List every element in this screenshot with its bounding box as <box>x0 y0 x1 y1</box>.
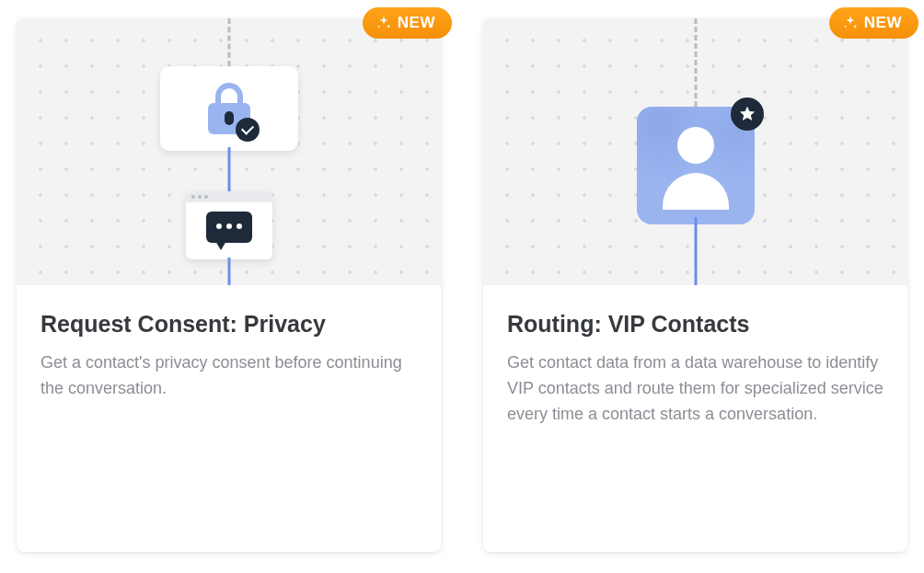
sparkle-icon <box>842 15 859 31</box>
check-circle-icon <box>236 118 260 142</box>
template-card-request-consent[interactable]: NEW Request Consent: Privacy Get a conta… <box>17 18 441 552</box>
card-description: Get a contact's privacy consent before c… <box>40 350 417 402</box>
speech-bubble-icon <box>206 212 252 243</box>
privacy-lock-card <box>160 66 298 151</box>
new-badge: NEW <box>829 7 918 39</box>
card-illustration <box>483 18 907 285</box>
lock-icon <box>208 83 250 134</box>
person-icon <box>677 127 714 164</box>
card-description: Get contact data from a data warehouse t… <box>507 350 884 428</box>
chat-window-icon <box>186 191 272 259</box>
new-badge: NEW <box>363 7 452 39</box>
new-badge-label: NEW <box>864 14 902 32</box>
template-card-routing-vip[interactable]: NEW Routing: VIP Contacts Get contact da… <box>483 18 907 552</box>
card-illustration <box>17 18 441 285</box>
contact-avatar-tile <box>637 107 755 224</box>
star-badge-icon <box>731 97 764 131</box>
sparkle-icon <box>375 15 392 31</box>
card-title: Routing: VIP Contacts <box>507 311 884 338</box>
card-title: Request Consent: Privacy <box>40 311 417 338</box>
new-badge-label: NEW <box>398 14 435 32</box>
